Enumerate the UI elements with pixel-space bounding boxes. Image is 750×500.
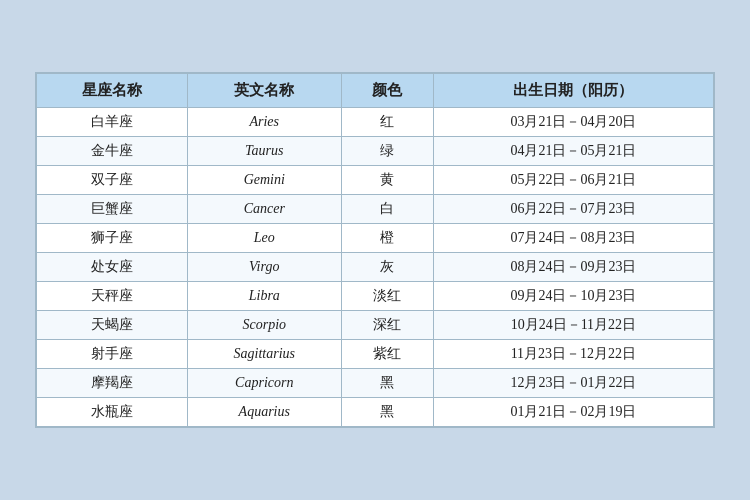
cell-english-name: Gemini	[187, 166, 341, 195]
cell-english-name: Leo	[187, 224, 341, 253]
cell-dates: 03月21日－04月20日	[433, 108, 713, 137]
cell-chinese-name: 天秤座	[37, 282, 188, 311]
cell-dates: 07月24日－08月23日	[433, 224, 713, 253]
cell-dates: 10月24日－11月22日	[433, 311, 713, 340]
cell-dates: 11月23日－12月22日	[433, 340, 713, 369]
cell-color: 黄	[341, 166, 433, 195]
table-row: 天秤座Libra淡红09月24日－10月23日	[37, 282, 714, 311]
cell-color: 绿	[341, 137, 433, 166]
cell-chinese-name: 射手座	[37, 340, 188, 369]
cell-english-name: Capricorn	[187, 369, 341, 398]
table-row: 天蝎座Scorpio深红10月24日－11月22日	[37, 311, 714, 340]
cell-color: 橙	[341, 224, 433, 253]
table-row: 巨蟹座Cancer白06月22日－07月23日	[37, 195, 714, 224]
cell-dates: 06月22日－07月23日	[433, 195, 713, 224]
table-body: 白羊座Aries红03月21日－04月20日金牛座Taurus绿04月21日－0…	[37, 108, 714, 427]
cell-english-name: Cancer	[187, 195, 341, 224]
cell-color: 灰	[341, 253, 433, 282]
header-color: 颜色	[341, 74, 433, 108]
cell-english-name: Libra	[187, 282, 341, 311]
cell-chinese-name: 狮子座	[37, 224, 188, 253]
cell-chinese-name: 双子座	[37, 166, 188, 195]
cell-chinese-name: 摩羯座	[37, 369, 188, 398]
table-row: 白羊座Aries红03月21日－04月20日	[37, 108, 714, 137]
cell-chinese-name: 处女座	[37, 253, 188, 282]
cell-color: 紫红	[341, 340, 433, 369]
table-row: 水瓶座Aquarius黑01月21日－02月19日	[37, 398, 714, 427]
cell-color: 深红	[341, 311, 433, 340]
cell-color: 淡红	[341, 282, 433, 311]
cell-dates: 08月24日－09月23日	[433, 253, 713, 282]
cell-chinese-name: 金牛座	[37, 137, 188, 166]
table-row: 摩羯座Capricorn黑12月23日－01月22日	[37, 369, 714, 398]
cell-dates: 04月21日－05月21日	[433, 137, 713, 166]
table-row: 狮子座Leo橙07月24日－08月23日	[37, 224, 714, 253]
cell-english-name: Scorpio	[187, 311, 341, 340]
cell-english-name: Sagittarius	[187, 340, 341, 369]
table-row: 金牛座Taurus绿04月21日－05月21日	[37, 137, 714, 166]
cell-english-name: Taurus	[187, 137, 341, 166]
header-english-name: 英文名称	[187, 74, 341, 108]
cell-chinese-name: 水瓶座	[37, 398, 188, 427]
header-dates: 出生日期（阳历）	[433, 74, 713, 108]
table-row: 双子座Gemini黄05月22日－06月21日	[37, 166, 714, 195]
cell-dates: 12月23日－01月22日	[433, 369, 713, 398]
cell-dates: 01月21日－02月19日	[433, 398, 713, 427]
cell-color: 黑	[341, 369, 433, 398]
table-header-row: 星座名称 英文名称 颜色 出生日期（阳历）	[37, 74, 714, 108]
cell-color: 红	[341, 108, 433, 137]
header-chinese-name: 星座名称	[37, 74, 188, 108]
cell-chinese-name: 天蝎座	[37, 311, 188, 340]
cell-dates: 09月24日－10月23日	[433, 282, 713, 311]
cell-color: 白	[341, 195, 433, 224]
zodiac-table: 星座名称 英文名称 颜色 出生日期（阳历） 白羊座Aries红03月21日－04…	[36, 73, 714, 427]
cell-english-name: Aquarius	[187, 398, 341, 427]
cell-english-name: Aries	[187, 108, 341, 137]
zodiac-table-container: 星座名称 英文名称 颜色 出生日期（阳历） 白羊座Aries红03月21日－04…	[35, 72, 715, 428]
cell-chinese-name: 白羊座	[37, 108, 188, 137]
cell-english-name: Virgo	[187, 253, 341, 282]
cell-chinese-name: 巨蟹座	[37, 195, 188, 224]
table-row: 处女座Virgo灰08月24日－09月23日	[37, 253, 714, 282]
cell-color: 黑	[341, 398, 433, 427]
table-row: 射手座Sagittarius紫红11月23日－12月22日	[37, 340, 714, 369]
cell-dates: 05月22日－06月21日	[433, 166, 713, 195]
